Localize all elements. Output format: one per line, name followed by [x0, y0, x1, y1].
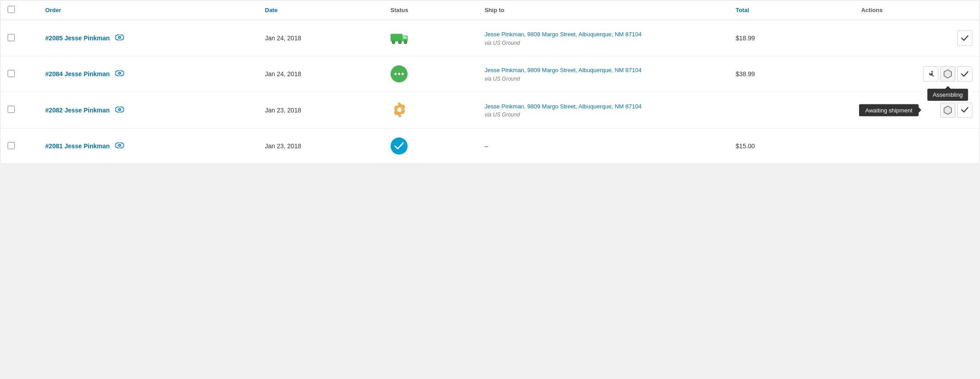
table-header-row: Order Date Status Ship to Total Actions	[0, 0, 980, 20]
completed-icon	[391, 138, 408, 155]
actions-column-header: Actions	[854, 0, 980, 20]
order-date: Jan 23, 2018	[258, 129, 383, 164]
status-column-header: Status	[383, 0, 477, 20]
ship-to-cell: Jesse Pinkman, 9809 Margo Street, Albuqu…	[477, 92, 729, 129]
table-row: #2085 Jesse Pinkman Jan 24, 2018	[0, 20, 980, 56]
no-ship-dash: –	[485, 142, 488, 150]
ship-via: via US Ground	[485, 40, 722, 46]
svg-point-23	[119, 109, 120, 110]
row-checkbox[interactable]	[8, 34, 15, 41]
ship-to-cell: –	[477, 129, 729, 164]
row-checkbox[interactable]	[8, 70, 15, 77]
hex-button[interactable]	[940, 103, 955, 118]
row-checkbox[interactable]	[8, 142, 15, 149]
complete-button[interactable]	[957, 103, 972, 118]
table-row: #2081 Jesse Pinkman Jan 23, 2018 –$15.00	[0, 129, 980, 164]
order-status	[383, 20, 477, 56]
order-status	[383, 129, 477, 164]
svg-point-8	[393, 42, 395, 43]
on-hold-icon	[391, 101, 408, 119]
order-status	[383, 92, 477, 129]
ship-to-address[interactable]: Jesse Pinkman, 9809 Margo Street, Albuqu…	[485, 67, 642, 73]
order-total: $38.99	[728, 56, 854, 92]
view-order-icon[interactable]	[115, 70, 124, 78]
view-order-icon[interactable]	[115, 142, 124, 150]
table-row: #2082 Jesse Pinkman Jan 23, 2018 Jesse P…	[0, 92, 980, 129]
processing-icon	[391, 65, 408, 82]
order-date: Jan 24, 2018	[258, 56, 383, 92]
date-column-header[interactable]: Date	[258, 0, 383, 20]
ship-to-cell: Jesse Pinkman, 9809 Margo Street, Albuqu…	[477, 56, 729, 92]
svg-point-3	[119, 37, 120, 38]
order-link[interactable]: #2081 Jesse Pinkman	[45, 142, 110, 150]
wrench-button[interactable]	[923, 66, 938, 82]
order-status	[383, 56, 477, 92]
awaiting-shipment-tooltip: Awaiting shipment	[859, 104, 919, 116]
table-row: #2084 Jesse Pinkman Jan 24, 2018 Jesse P…	[0, 56, 980, 92]
order-link[interactable]: #2084 Jesse Pinkman	[45, 70, 110, 78]
orders-table-container: Order Date Status Ship to Total Actions	[0, 0, 980, 164]
shipped-icon	[391, 29, 408, 47]
complete-button[interactable]	[957, 66, 972, 82]
order-actions: Assembling	[854, 56, 980, 92]
ship-via: via US Ground	[485, 76, 722, 82]
svg-point-18	[398, 73, 400, 75]
ship-via: via US Ground	[485, 112, 722, 118]
order-actions	[854, 129, 980, 164]
hex-button[interactable]: Assembling	[940, 66, 955, 82]
actions-cell: Assembling	[861, 66, 972, 82]
svg-point-16	[119, 73, 120, 74]
orders-table: Order Date Status Ship to Total Actions	[0, 0, 980, 164]
svg-rect-6	[403, 36, 407, 39]
complete-button[interactable]	[957, 30, 972, 46]
select-all-checkbox[interactable]	[8, 6, 15, 13]
order-total: $15.00	[728, 129, 854, 164]
svg-point-17	[394, 73, 396, 75]
order-total: $18.99	[728, 20, 854, 56]
svg-point-28	[119, 145, 120, 146]
svg-point-12	[404, 42, 406, 43]
svg-point-19	[401, 73, 404, 75]
order-actions	[854, 20, 980, 56]
order-total	[728, 92, 854, 129]
ship-to-address[interactable]: Jesse Pinkman, 9809 Margo Street, Albuqu…	[485, 103, 642, 110]
order-link[interactable]: #2085 Jesse Pinkman	[45, 34, 110, 42]
order-date: Jan 24, 2018	[258, 20, 383, 56]
total-column-header[interactable]: Total	[728, 0, 854, 20]
row-checkbox[interactable]	[8, 106, 15, 113]
svg-point-24	[397, 108, 402, 112]
ship-to-cell: Jesse Pinkman, 9809 Margo Street, Albuqu…	[477, 20, 729, 56]
assembling-tooltip: Assembling	[927, 89, 968, 101]
ship-to-column-header: Ship to	[477, 0, 729, 20]
svg-point-10	[399, 42, 401, 43]
svg-rect-4	[391, 34, 403, 41]
view-order-icon[interactable]	[115, 34, 124, 42]
table-body: #2085 Jesse Pinkman Jan 24, 2018	[0, 20, 980, 164]
actions-cell	[861, 30, 972, 46]
order-date: Jan 23, 2018	[258, 92, 383, 129]
select-all-header	[0, 0, 38, 20]
view-order-icon[interactable]	[115, 107, 124, 114]
order-link[interactable]: #2082 Jesse Pinkman	[45, 107, 110, 114]
actions-cell: Awaiting shipment	[861, 103, 972, 118]
order-column-header[interactable]: Order	[38, 0, 258, 20]
ship-to-address[interactable]: Jesse Pinkman, 9809 Margo Street, Albuqu…	[485, 31, 642, 38]
